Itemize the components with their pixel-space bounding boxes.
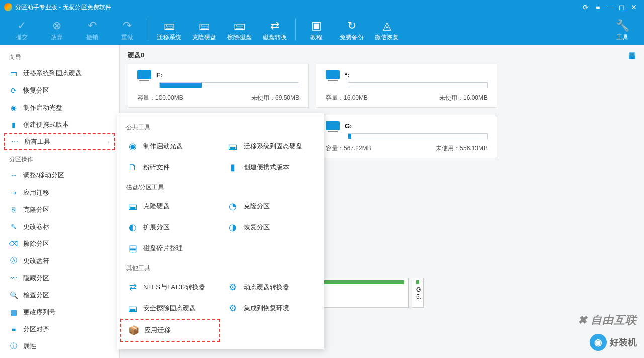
menu-icon[interactable]: ≡ bbox=[592, 3, 604, 11]
watermark-logo: ◉好装机 bbox=[590, 334, 637, 351]
usage-bar bbox=[348, 133, 488, 139]
sidebar-hide[interactable]: 〰隐藏分区 bbox=[0, 270, 119, 287]
clone-disk-button[interactable]: 🖴克隆硬盘 bbox=[187, 18, 222, 42]
popup-dyn-conv[interactable]: ⚙动态硬盘转换器 bbox=[220, 277, 320, 298]
sidebar-app-migrate[interactable]: ⇢应用迁移 bbox=[0, 184, 119, 201]
free-label: 未使用：556.13MB bbox=[436, 144, 488, 153]
discard-button[interactable]: ⊗放弃 bbox=[39, 18, 74, 42]
watermark-text: ✖ 自由互联 bbox=[578, 313, 637, 328]
capacity-label: 容量：100.00MB bbox=[137, 94, 183, 102]
minimize-icon[interactable]: — bbox=[604, 3, 616, 11]
segment-name: G bbox=[416, 286, 419, 293]
sidebar-check[interactable]: 🔍检查分区 bbox=[0, 287, 119, 304]
window-title: 分区助手专业版 - 无损分区免费软件 bbox=[15, 3, 111, 12]
backup-button[interactable]: ↻免费备份 bbox=[334, 18, 369, 42]
usage-bar bbox=[159, 82, 299, 88]
partition-card[interactable]: F: 容量：100.00MB未使用：69.50MB bbox=[128, 64, 309, 108]
submit-button[interactable]: ✓提交 bbox=[4, 18, 39, 42]
popup-integrate[interactable]: ⚙集成到恢复环境 bbox=[220, 298, 320, 319]
drive-icon bbox=[326, 121, 340, 130]
popup-disk-header: 磁盘/分区工具 bbox=[117, 178, 324, 196]
partition-name: *: bbox=[345, 71, 349, 79]
sidebar-boot-disc[interactable]: ◉制作启动光盘 bbox=[0, 99, 119, 116]
refresh-icon[interactable]: ⟳ bbox=[580, 3, 592, 11]
free-label: 未使用：16.00MB bbox=[439, 94, 488, 102]
sidebar-resize[interactable]: ↔调整/移动分区 bbox=[0, 167, 119, 184]
popup-public-header: 公共工具 bbox=[117, 118, 324, 136]
free-label: 未使用：69.50MB bbox=[251, 94, 299, 102]
disk-header: 硬盘0 bbox=[128, 51, 144, 60]
sidebar-migrate-ssd[interactable]: 🖴迁移系统到固态硬盘 bbox=[0, 65, 119, 82]
chevron-right-icon: › bbox=[108, 139, 109, 145]
popup-clone-part[interactable]: ◔克隆分区 bbox=[220, 196, 320, 217]
popup-secure-erase[interactable]: 🖴安全擦除固态硬盘 bbox=[120, 298, 220, 319]
popup-migrate-ssd[interactable]: 🖴迁移系统到固态硬盘 bbox=[220, 136, 320, 157]
sidebar-letter[interactable]: Ⓐ更改盘符 bbox=[0, 252, 119, 270]
capacity-label: 容量：567.22MB bbox=[326, 144, 371, 153]
partition-card[interactable]: G: 容量：567.22MB未使用：556.13MB bbox=[316, 115, 497, 158]
all-tools-popup: 公共工具 ◉制作启动光盘 🖴迁移系统到固态硬盘 🗋粉碎文件 ▮创建便携式版本 磁… bbox=[117, 113, 324, 349]
tutorial-button[interactable]: ▣教程 bbox=[299, 18, 334, 42]
partition-name: G: bbox=[345, 122, 352, 130]
wechat-recover-button[interactable]: ◬微信恢复 bbox=[369, 18, 405, 42]
wizard-section-header: 向导 bbox=[0, 48, 119, 65]
app-logo-icon bbox=[4, 3, 12, 11]
disk-strip-segment[interactable]: G5. bbox=[412, 278, 424, 308]
tools-button[interactable]: 🔧工具 bbox=[605, 18, 640, 42]
sidebar-serial[interactable]: ▤更改序列号 bbox=[0, 304, 119, 321]
popup-ntfs-fat[interactable]: ⇄NTFS与FAT32转换器 bbox=[120, 277, 220, 298]
popup-clone-disk[interactable]: 🖴克隆硬盘 bbox=[120, 196, 220, 217]
popup-other-header: 其他工具 bbox=[117, 259, 324, 277]
wipe-disk-button[interactable]: 🖴擦除磁盘 bbox=[222, 18, 257, 42]
partition-name: F: bbox=[156, 71, 163, 79]
popup-recover[interactable]: ◑恢复分区 bbox=[220, 217, 320, 238]
undo-button[interactable]: ↶撤销 bbox=[74, 18, 110, 42]
popup-app-migrate[interactable]: 📦应用迁移 bbox=[120, 319, 220, 342]
popup-portable[interactable]: ▮创建便携式版本 bbox=[220, 157, 320, 178]
popup-extend[interactable]: ◐扩展分区 bbox=[120, 217, 220, 238]
popup-defrag[interactable]: ▤磁盘碎片整理 bbox=[120, 238, 220, 259]
sidebar-label[interactable]: ✎更改卷标 bbox=[0, 218, 119, 235]
sidebar-wipe[interactable]: ⌫擦除分区 bbox=[0, 235, 119, 252]
popup-shred[interactable]: 🗋粉碎文件 bbox=[120, 157, 220, 178]
drive-icon bbox=[326, 70, 340, 79]
layout-toggle-icon[interactable]: ▦ bbox=[628, 50, 636, 60]
segment-info: 5. bbox=[416, 293, 419, 300]
sidebar-clone[interactable]: ⎘克隆分区 bbox=[0, 201, 119, 218]
sidebar-props[interactable]: ⓘ属性 bbox=[0, 338, 119, 355]
sidebar-all-tools[interactable]: ⋯所有工具› bbox=[4, 133, 115, 150]
sidebar-align[interactable]: ≡分区对齐 bbox=[0, 321, 119, 338]
usage-bar bbox=[348, 82, 488, 88]
close-icon[interactable]: ✕ bbox=[628, 3, 640, 11]
partition-card[interactable]: *: 容量：16.00MB未使用：16.00MB bbox=[316, 64, 497, 108]
sidebar-portable[interactable]: ▮创建便携式版本 bbox=[0, 116, 119, 133]
drive-icon bbox=[137, 70, 151, 79]
capacity-label: 容量：16.00MB bbox=[326, 94, 368, 102]
popup-boot-disc[interactable]: ◉制作启动光盘 bbox=[120, 136, 220, 157]
maximize-icon[interactable]: ◻ bbox=[616, 3, 628, 11]
redo-button[interactable]: ↷重做 bbox=[110, 18, 145, 42]
partition-section-header: 分区操作 bbox=[0, 150, 119, 167]
migrate-system-button[interactable]: 🖴迁移系统 bbox=[151, 18, 187, 42]
convert-disk-button[interactable]: ⇄磁盘转换 bbox=[257, 18, 292, 42]
sidebar-recover[interactable]: ⟳恢复分区 bbox=[0, 82, 119, 99]
